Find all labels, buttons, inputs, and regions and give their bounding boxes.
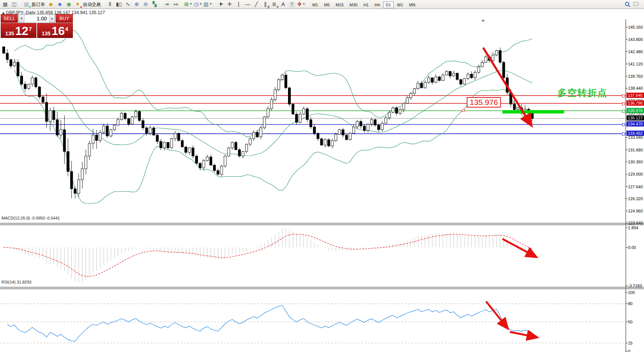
chat-icon[interactable] <box>632 0 641 9</box>
toolbar-separator <box>182 1 182 7</box>
timeframe-W1[interactable]: W1 <box>394 1 406 8</box>
price-tick-label: 139.760 <box>628 74 643 79</box>
bar-chart-icon[interactable]: ⦀ <box>106 0 114 8</box>
one-click-trading-panel: SELL ▼ 1.00 ▲ BUY 135 12 7 135 16 4 <box>1 14 73 38</box>
macd-tick-label: 0.00 <box>628 245 636 250</box>
toolbar-separator <box>104 1 104 7</box>
text-icon[interactable]: A <box>279 0 287 8</box>
timeframe-H4[interactable]: H4 <box>372 1 382 8</box>
chart-window-icon[interactable]: ▦ <box>1 0 9 8</box>
cursor-icon[interactable]: ➤ <box>217 0 225 8</box>
chart-shift-icon[interactable]: ↦ <box>172 0 180 8</box>
rsi-indicator-label: RSI(14) 31.8293 <box>1 280 32 284</box>
price-tick-label: 142.480 <box>628 49 643 54</box>
rsi-tick-label: 80 <box>628 301 632 306</box>
autotrade-button[interactable]: ▼● <box>74 0 82 8</box>
search-icon[interactable] <box>624 0 632 9</box>
timeframe-M15[interactable]: M15 <box>333 1 346 8</box>
volume-stepper[interactable]: ▼ 1.00 ▲ <box>18 14 55 23</box>
fibonacci-icon[interactable]: ≣F <box>270 0 278 8</box>
toolbar-separator <box>214 1 215 7</box>
macd-indicator-label: MACD(12,26,9) -0.9950 -0.5441 <box>1 216 60 220</box>
tile-windows-icon[interactable]: ▚ <box>151 0 159 8</box>
price-tick-label: 141.120 <box>628 62 643 66</box>
rsi-tick-label: 50 <box>628 320 632 324</box>
crosshair-icon[interactable]: ✛ <box>226 0 234 8</box>
volume-value[interactable]: 1.00 <box>25 16 49 22</box>
rsi-tick-label: 15 <box>628 341 632 345</box>
price-tick-label: 129.000 <box>628 172 643 176</box>
horizontal-line-icon[interactable]: — <box>243 0 252 8</box>
cn-annotation-text[interactable]: 多空转折点 <box>557 87 608 99</box>
volume-down-button[interactable]: ▼ <box>19 15 25 22</box>
history-center-icon[interactable]: ◆ <box>47 0 55 8</box>
rsi-tick-label: 100 <box>628 290 635 295</box>
price-tag[interactable]: 136.790 <box>627 100 644 106</box>
price-tag[interactable]: 135.127 <box>627 115 644 121</box>
timeframe-MN[interactable]: MN <box>407 1 418 8</box>
price-tick-label: 130.360 <box>628 160 643 164</box>
text-label-icon[interactable]: T <box>288 0 296 9</box>
timeframe-M1[interactable]: M1 <box>310 1 321 8</box>
price-tick-label: 126.320 <box>628 196 643 201</box>
auto-scroll-icon[interactable]: ↠ <box>163 0 171 8</box>
toolbar-separator <box>161 1 161 7</box>
price-tick-label: 124.960 <box>628 209 643 213</box>
new-order-button[interactable]: ▤+ <box>22 0 30 8</box>
volume-up-button[interactable]: ▲ <box>49 15 55 22</box>
price-tag[interactable]: 135.976 <box>627 108 644 113</box>
level-line-handle[interactable] <box>622 123 625 126</box>
price-tag[interactable]: 133.452 <box>627 131 644 136</box>
level-line-handle[interactable] <box>622 132 625 135</box>
price-tick-label: 138.440 <box>628 86 643 90</box>
line-chart-icon[interactable]: ∿ <box>124 0 132 8</box>
price-tick-label: 127.640 <box>628 185 643 189</box>
price-tick-label: 145.160 <box>628 25 643 29</box>
price-tick-label: 143.800 <box>628 37 643 42</box>
autotrade-button-label[interactable]: 自动交易 <box>83 2 101 7</box>
arrows-icon[interactable]: ✥▼ <box>297 0 306 8</box>
price-tag[interactable]: 134.470 <box>627 121 644 127</box>
vertical-line-icon[interactable]: | <box>234 0 243 8</box>
price-tag[interactable]: 137.645 <box>627 93 644 98</box>
macd-tick-label: 1.894 <box>628 225 638 230</box>
price-tick-label: 131.680 <box>628 148 643 152</box>
toolbar: ▦◫▤+新订单◆☻◉▼●自动交易⦀▮▯∿⊕⊖▚↠↦⊞▼◷▼▨▼➤✛|—╱∥E≣F… <box>0 0 644 9</box>
rsi-tick-label: 0 <box>628 349 630 352</box>
zoom-in-icon[interactable]: ⊕ <box>133 0 141 8</box>
timeframe-H1[interactable]: H1 <box>361 1 371 8</box>
chart-window[interactable]: 145.160143.800142.480141.120139.760138.4… <box>0 9 644 352</box>
price-tick-label: 123.640 <box>628 221 643 225</box>
zoom-out-icon[interactable]: ⊖ <box>142 0 150 8</box>
buy-button[interactable]: BUY <box>56 14 73 23</box>
macd-tick-label: -3.7183 <box>628 284 642 288</box>
period-icon[interactable]: ◷▼ <box>194 0 203 8</box>
timeframe-M30[interactable]: M30 <box>347 1 360 8</box>
trendline-icon[interactable]: ╱ <box>252 0 260 8</box>
community-icon[interactable]: ☻ <box>56 0 64 8</box>
candlestick-icon[interactable]: ▮▯ <box>115 0 123 8</box>
buy-price-display[interactable]: 135 16 4 <box>37 23 73 38</box>
timeframe-toolbar: M1M5M15M30H1H4D1W1MN <box>310 1 418 8</box>
channel-icon[interactable]: ∥E <box>261 0 269 8</box>
new-order-button-label[interactable]: 新订单 <box>32 2 45 7</box>
level-line-handle[interactable] <box>622 102 625 105</box>
price-annotation-label[interactable]: 135.976 <box>467 97 501 108</box>
template-icon[interactable]: ▨▼ <box>203 0 213 8</box>
toolbar-separator <box>308 1 308 7</box>
toolbar-separator <box>20 1 20 7</box>
sell-button[interactable]: SELL <box>1 14 18 23</box>
indicators-icon[interactable]: ⊞▼ <box>184 0 193 8</box>
sell-price-display[interactable]: 135 12 7 <box>1 23 36 38</box>
signal-icon[interactable]: ◉ <box>65 0 73 8</box>
timeframe-M5[interactable]: M5 <box>321 1 332 8</box>
level-line-handle[interactable] <box>622 110 625 113</box>
timeframe-D1[interactable]: D1 <box>383 1 394 8</box>
profile-icon[interactable]: ◫ <box>10 0 18 8</box>
level-line-handle[interactable] <box>622 95 625 97</box>
